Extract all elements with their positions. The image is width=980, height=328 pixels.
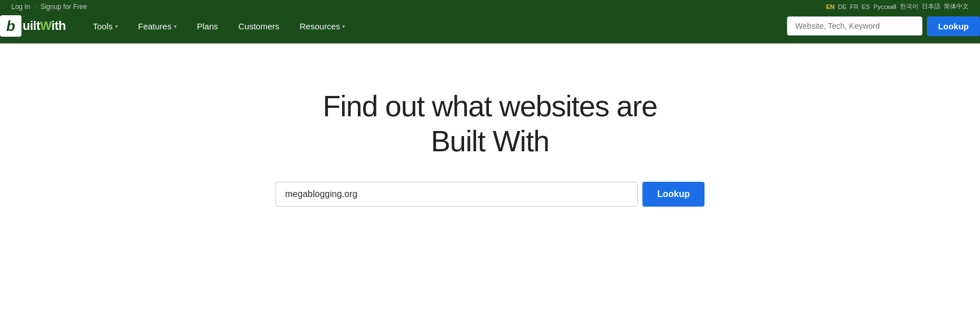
- lang-es[interactable]: ES: [861, 3, 870, 10]
- resources-chevron-icon: ▾: [342, 23, 345, 29]
- nav-lookup-button[interactable]: Lookup: [927, 16, 980, 36]
- nav-customers[interactable]: Customers: [228, 18, 290, 34]
- hero-lookup-button[interactable]: Lookup: [642, 182, 705, 207]
- auth-separator: ·: [34, 3, 36, 11]
- nav-tools[interactable]: Tools ▾: [82, 18, 128, 34]
- language-selector: EN DE FR ES Русский 한국어 日本語 简体中文: [826, 2, 969, 11]
- logo[interactable]: b uiltWith: [0, 15, 65, 37]
- nav-links: Tools ▾ Features ▾ Plans Customers Resou…: [82, 18, 786, 34]
- lang-ru[interactable]: Русский: [873, 3, 896, 10]
- login-link[interactable]: Log In: [11, 3, 30, 11]
- navbar: Log In · Signup for Free EN DE FR ES Рус…: [0, 0, 980, 43]
- hero-section: Find out what websites are Built With Lo…: [0, 43, 980, 240]
- nav-search: Lookup: [787, 16, 980, 36]
- main-nav: b uiltWith Tools ▾ Features ▾ Plans Cust…: [0, 11, 980, 43]
- signup-link[interactable]: Signup for Free: [40, 3, 87, 11]
- lang-ko[interactable]: 한국어: [900, 2, 918, 11]
- features-chevron-icon: ▾: [174, 23, 177, 29]
- top-bar: Log In · Signup for Free EN DE FR ES Рус…: [0, 0, 980, 11]
- lang-zh[interactable]: 简体中文: [944, 2, 969, 11]
- auth-links: Log In · Signup for Free: [11, 3, 87, 11]
- logo-text: uiltWith: [23, 19, 65, 33]
- lang-fr[interactable]: FR: [850, 3, 859, 10]
- nav-resources[interactable]: Resources ▾: [290, 18, 356, 34]
- nav-search-input[interactable]: [787, 16, 922, 36]
- hero-search-input[interactable]: [275, 182, 638, 207]
- lang-de[interactable]: DE: [838, 3, 847, 10]
- nav-features[interactable]: Features ▾: [128, 18, 187, 34]
- hero-title: Find out what websites are Built With: [323, 89, 658, 159]
- logo-b-icon: b: [0, 15, 21, 37]
- lang-ja[interactable]: 日本語: [922, 2, 940, 11]
- lang-en[interactable]: EN: [826, 3, 834, 10]
- nav-plans[interactable]: Plans: [187, 18, 229, 34]
- hero-search-form: Lookup: [275, 182, 705, 207]
- tools-chevron-icon: ▾: [115, 23, 118, 29]
